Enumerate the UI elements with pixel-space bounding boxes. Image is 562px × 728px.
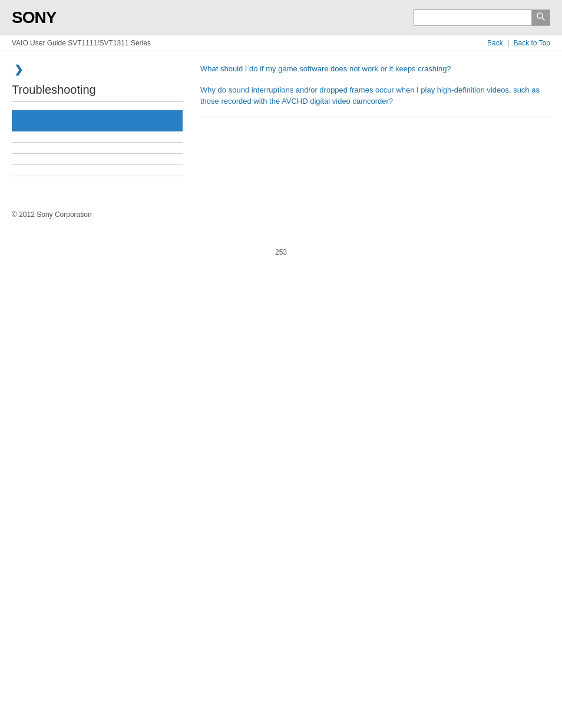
main-content: ❯ Troubleshooting What should I do if my… [0, 51, 562, 199]
search-input[interactable] [414, 9, 531, 26]
breadcrumb: VAIO User Guide SVT1111/SVT1311 Series [12, 39, 151, 47]
content-link-1[interactable]: What should I do if my game software doe… [200, 63, 550, 75]
nav-divider: | [507, 39, 509, 47]
sidebar-line-3 [12, 164, 183, 165]
sidebar-line-1 [12, 142, 183, 143]
content-area: What should I do if my game software doe… [194, 63, 550, 187]
back-link[interactable]: Back [487, 39, 503, 47]
page-number: 253 [0, 248, 562, 268]
search-icon [536, 12, 546, 24]
sidebar-active-item[interactable] [12, 110, 183, 131]
search-area [414, 9, 550, 26]
sidebar: ❯ Troubleshooting [12, 63, 194, 187]
back-to-top-link[interactable]: Back to Top [514, 39, 550, 47]
copyright-text: © 2012 Sony Corporation [12, 210, 92, 219]
content-link-2[interactable]: Why do sound interruptions and/or droppe… [200, 84, 550, 107]
sidebar-line-2 [12, 153, 183, 154]
sidebar-arrow: ❯ [14, 63, 183, 76]
sidebar-line-4 [12, 176, 183, 176]
sony-logo: SONY [12, 8, 56, 27]
nav-links: Back | Back to Top [487, 39, 550, 47]
nav-bar: VAIO User Guide SVT1111/SVT1311 Series B… [0, 35, 562, 51]
sidebar-title: Troubleshooting [12, 83, 183, 102]
page-header: SONY [0, 0, 562, 35]
search-button[interactable] [531, 9, 550, 26]
svg-line-1 [542, 18, 544, 20]
footer-copyright: © 2012 Sony Corporation [0, 199, 562, 225]
content-divider [200, 117, 550, 117]
